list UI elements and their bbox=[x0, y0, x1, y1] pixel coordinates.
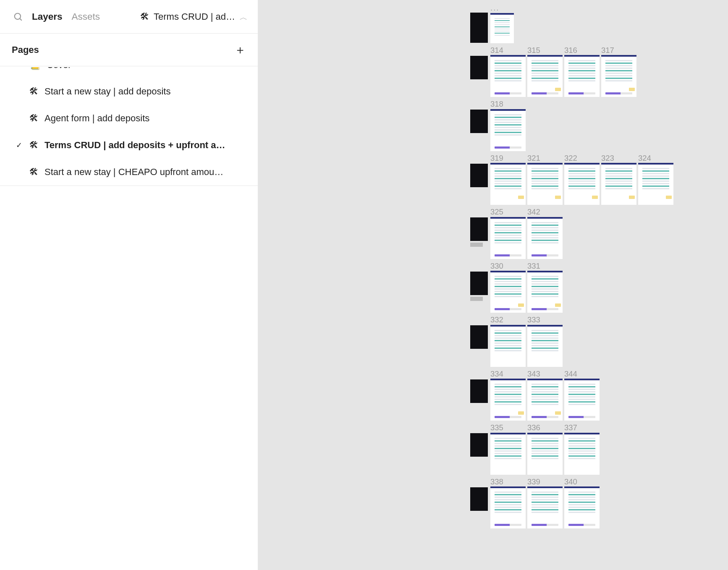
frame[interactable]: 333 bbox=[527, 316, 563, 367]
frame-body[interactable] bbox=[490, 271, 526, 313]
frame[interactable]: 323 bbox=[601, 154, 636, 205]
annotation-note[interactable] bbox=[470, 487, 488, 511]
tab-assets[interactable]: Assets bbox=[72, 11, 100, 22]
frame[interactable]: 342 bbox=[527, 208, 563, 259]
annotation-note[interactable] bbox=[470, 379, 488, 403]
frame-label: 332 bbox=[490, 316, 526, 324]
tools-icon: 🛠 bbox=[29, 140, 39, 151]
page-item[interactable]: 🛠 Start a new stay | CHEAPO upfront amou… bbox=[0, 159, 258, 186]
page-label: Terms CRUD | add deposits + upfront a… bbox=[45, 140, 225, 151]
frame-body[interactable] bbox=[527, 271, 563, 313]
frame[interactable]: 334 bbox=[490, 370, 526, 421]
frame-body[interactable] bbox=[490, 486, 526, 528]
frame[interactable]: 316 bbox=[564, 47, 600, 97]
frame[interactable]: 335 bbox=[490, 424, 526, 475]
frame-body[interactable] bbox=[490, 55, 526, 97]
frame-label: 318 bbox=[490, 100, 526, 108]
frame-label: 331 bbox=[527, 262, 563, 270]
frame-body[interactable] bbox=[490, 217, 526, 259]
frame[interactable]: 322 bbox=[564, 154, 600, 205]
annotation-note[interactable] bbox=[470, 56, 488, 79]
side-chip[interactable] bbox=[470, 243, 483, 247]
frame-body[interactable] bbox=[564, 433, 600, 475]
tab-layers[interactable]: Layers bbox=[32, 11, 63, 22]
breadcrumb[interactable]: 🛠 Terms CRUD | ad… 〈 bbox=[140, 11, 247, 22]
frame[interactable]: 340 bbox=[564, 478, 600, 529]
panel-header: Layers Assets 🛠 Terms CRUD | ad… 〈 bbox=[0, 0, 258, 34]
page-list: 📒 Cover 🛠 Start a new stay | add deposit… bbox=[0, 66, 258, 186]
frame[interactable]: 330 bbox=[490, 262, 526, 313]
frame-label: 325 bbox=[490, 208, 526, 216]
frame[interactable]: 332 bbox=[490, 316, 526, 367]
frame[interactable]: 324 bbox=[638, 154, 673, 205]
frame[interactable]: 315 bbox=[527, 47, 563, 97]
annotation-note[interactable] bbox=[470, 325, 488, 349]
frame[interactable]: 343 bbox=[527, 370, 563, 421]
frame[interactable]: 321 bbox=[527, 154, 563, 205]
tools-icon: 🛠 bbox=[140, 12, 149, 21]
frame[interactable]: 344 bbox=[564, 370, 600, 421]
frame-body[interactable] bbox=[564, 163, 600, 205]
side-chip[interactable] bbox=[470, 297, 483, 301]
frame-body[interactable] bbox=[527, 163, 563, 205]
frame[interactable]: 325 bbox=[490, 208, 526, 259]
annotation-note[interactable] bbox=[470, 164, 488, 187]
pages-title: Pages bbox=[12, 44, 39, 55]
frame[interactable]: 337 bbox=[564, 424, 600, 475]
add-page-button[interactable]: ＋ bbox=[234, 42, 246, 58]
chevron-up-icon: 〈 bbox=[238, 13, 248, 21]
page-item[interactable]: 🛠 Agent form | add deposits bbox=[0, 105, 258, 132]
frame[interactable]: 338 bbox=[490, 478, 526, 529]
frame-body[interactable] bbox=[564, 379, 600, 421]
frame[interactable]: ... bbox=[490, 4, 514, 43]
frame[interactable]: 339 bbox=[527, 478, 563, 529]
frame[interactable]: 317 bbox=[601, 47, 636, 97]
frame[interactable]: 314 bbox=[490, 47, 526, 97]
frame-body[interactable] bbox=[490, 13, 514, 43]
frame-body[interactable] bbox=[527, 217, 563, 259]
page-item[interactable]: 📒 Cover bbox=[0, 67, 258, 78]
frame-body[interactable] bbox=[564, 486, 600, 528]
frame-body[interactable] bbox=[490, 163, 526, 205]
tools-icon: 🛠 bbox=[29, 113, 39, 124]
frame-row: 338339340 bbox=[470, 478, 673, 529]
frame-body[interactable] bbox=[601, 55, 636, 97]
frame-body[interactable] bbox=[527, 55, 563, 97]
frame-body[interactable] bbox=[490, 325, 526, 367]
frame[interactable]: 319 bbox=[490, 154, 526, 205]
svg-line-1 bbox=[20, 18, 21, 20]
frame-label: 319 bbox=[490, 154, 526, 162]
frame-row: 325342 bbox=[470, 208, 673, 259]
frame-body[interactable] bbox=[527, 433, 563, 475]
frame-row: 332333 bbox=[470, 316, 673, 367]
frame-body[interactable] bbox=[527, 379, 563, 421]
tools-icon: 🛠 bbox=[29, 86, 39, 97]
annotation-note[interactable] bbox=[470, 217, 488, 241]
page-item-active[interactable]: ✓ 🛠 Terms CRUD | add deposits + upfront … bbox=[0, 132, 258, 159]
search-icon[interactable] bbox=[13, 12, 23, 21]
annotation-note[interactable] bbox=[470, 13, 488, 43]
frame-body[interactable] bbox=[601, 163, 636, 205]
canvas[interactable]: ...3143153163173183193213223233243253423… bbox=[258, 0, 728, 570]
page-label: Cover bbox=[47, 67, 71, 71]
frame[interactable]: 318 bbox=[490, 100, 526, 151]
frame-row: 330331 bbox=[470, 262, 673, 313]
annotation-note[interactable] bbox=[470, 433, 488, 457]
frame-body[interactable] bbox=[490, 433, 526, 475]
frame-body[interactable] bbox=[527, 486, 563, 528]
frame-label: 322 bbox=[564, 154, 600, 162]
frame-body[interactable] bbox=[564, 55, 600, 97]
frame-label: 342 bbox=[527, 208, 563, 216]
annotation-note[interactable] bbox=[470, 272, 488, 295]
frame[interactable]: 336 bbox=[527, 424, 563, 475]
frame-body[interactable] bbox=[490, 109, 526, 151]
frame-body[interactable] bbox=[490, 379, 526, 421]
frame-body[interactable] bbox=[527, 325, 563, 367]
page-label: Start a new stay | CHEAPO upfront amou… bbox=[45, 167, 223, 178]
page-item[interactable]: 🛠 Start a new stay | add deposits bbox=[0, 78, 258, 105]
frame-row: 314315316317 bbox=[470, 47, 673, 97]
annotation-note[interactable] bbox=[470, 110, 488, 133]
frame-row: 319321322323324 bbox=[470, 154, 673, 205]
frame-body[interactable] bbox=[638, 163, 673, 205]
frame[interactable]: 331 bbox=[527, 262, 563, 313]
